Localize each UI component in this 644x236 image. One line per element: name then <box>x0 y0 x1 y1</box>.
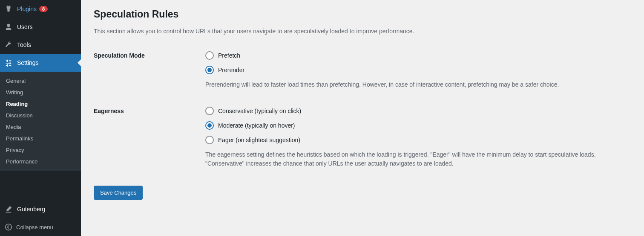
radio-input[interactable] <box>205 66 214 74</box>
submenu-item-reading[interactable]: Reading <box>0 98 81 110</box>
radio-prefetch[interactable]: Prefetch <box>205 51 631 60</box>
page-description: This section allows you to control how U… <box>94 27 631 36</box>
submenu-item-discussion[interactable]: Discussion <box>0 110 81 121</box>
sidebar-item-label: Plugins <box>17 6 37 12</box>
sliders-icon <box>4 58 13 67</box>
wrench-icon <box>4 41 13 49</box>
radio-input[interactable] <box>205 121 214 130</box>
sidebar-item-label: Settings <box>17 59 39 66</box>
collapse-label: Collapse menu <box>16 224 53 230</box>
radio-label: Moderate (typically on hover) <box>218 122 295 129</box>
edit-icon <box>4 205 13 213</box>
sidebar-item-label: Gutenberg <box>17 206 45 213</box>
submenu-item-general[interactable]: General <box>0 75 81 87</box>
radio-conservative[interactable]: Conservative (typically on click) <box>205 107 631 115</box>
submenu-item-permalinks[interactable]: Permalinks <box>0 133 81 144</box>
sidebar-item-label: Users <box>17 23 33 30</box>
eagerness-label: Eagerness <box>94 107 205 169</box>
sidebar-item-tools[interactable]: Tools <box>0 36 81 54</box>
plugin-icon <box>4 5 13 13</box>
plugins-update-badge: 8 <box>39 6 48 12</box>
radio-moderate[interactable]: Moderate (typically on hover) <box>205 121 631 130</box>
radio-label: Prefetch <box>218 52 240 59</box>
main-content: Speculation Rules This section allows yo… <box>81 0 644 236</box>
page-title: Speculation Rules <box>94 9 631 20</box>
submenu-item-privacy[interactable]: Privacy <box>0 144 81 156</box>
collapse-menu-button[interactable]: Collapse menu <box>0 218 81 236</box>
submenu-item-writing[interactable]: Writing <box>0 87 81 98</box>
radio-label: Eager (on slightest suggestion) <box>218 137 300 143</box>
user-icon <box>4 23 13 31</box>
radio-prerender[interactable]: Prerender <box>205 66 631 74</box>
eagerness-help-text: The eagerness setting defines the heuris… <box>205 150 623 169</box>
radio-label: Prerender <box>218 67 244 73</box>
save-button[interactable]: Save Changes <box>94 186 143 200</box>
sidebar-item-label: Tools <box>17 41 31 48</box>
admin-sidebar: Plugins 8 Users Tools Settings General W… <box>0 0 81 236</box>
settings-submenu: General Writing Reading Discussion Media… <box>0 72 81 171</box>
sidebar-item-settings[interactable]: Settings <box>0 54 81 72</box>
submenu-item-media[interactable]: Media <box>0 121 81 133</box>
radio-label: Conservative (typically on click) <box>218 108 301 114</box>
radio-input[interactable] <box>205 51 214 60</box>
eagerness-row: Eagerness Conservative (typically on cli… <box>94 107 631 169</box>
radio-input[interactable] <box>205 136 214 144</box>
collapse-icon <box>4 223 13 231</box>
svg-point-0 <box>6 224 12 230</box>
sidebar-item-gutenberg[interactable]: Gutenberg <box>0 200 81 218</box>
sidebar-item-plugins[interactable]: Plugins 8 <box>0 0 81 18</box>
speculation-mode-row: Speculation Mode Prefetch Prerender Prer… <box>94 51 631 90</box>
sidebar-item-users[interactable]: Users <box>0 18 81 36</box>
radio-input[interactable] <box>205 107 214 115</box>
speculation-mode-label: Speculation Mode <box>94 51 205 90</box>
radio-eager[interactable]: Eager (on slightest suggestion) <box>205 136 631 144</box>
submenu-item-performance[interactable]: Performance <box>0 156 81 167</box>
mode-help-text: Prerendering will lead to faster load ti… <box>205 80 623 90</box>
